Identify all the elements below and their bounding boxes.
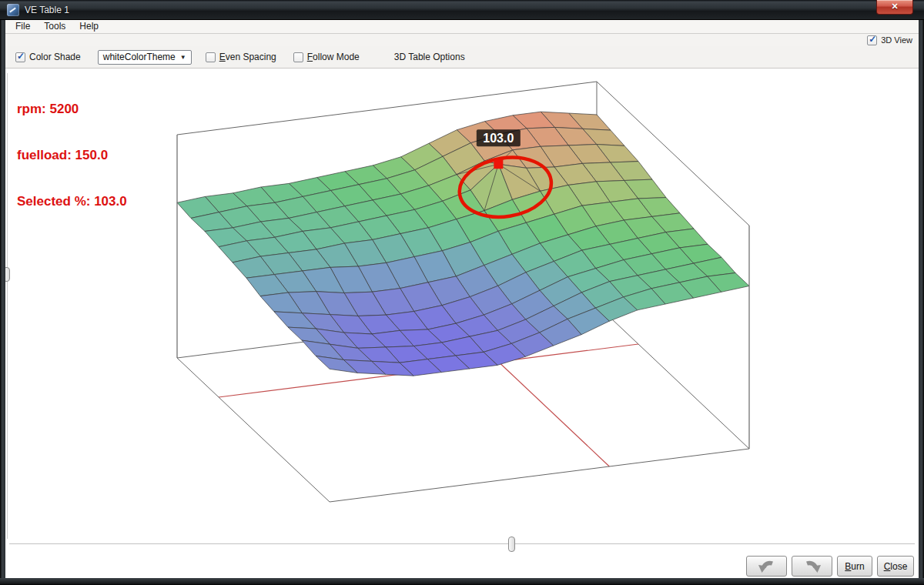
ve-table-window: 103.0 VE Table 1 ✕ File Tools Help ✓ 3D … (0, 0, 924, 585)
3d-table-options-button[interactable]: 3D Table Options (394, 52, 465, 62)
even-spacing-checkbox[interactable]: Even Spacing (206, 52, 276, 62)
selected-value-label: 103.0 (483, 132, 514, 145)
redo-button[interactable] (792, 556, 832, 577)
readout-rpm: rpm: 5200 (17, 102, 127, 117)
horizontal-rotate-slider-track (9, 543, 915, 544)
menu-help[interactable]: Help (72, 20, 105, 33)
readout-selected: Selected %: 103.0 (17, 194, 127, 209)
checkbox-icon: ✓ (15, 52, 25, 62)
follow-mode-label: Follow Mode (307, 52, 360, 62)
window-border-left (0, 20, 5, 578)
close-button[interactable]: Close (877, 556, 914, 577)
app-icon (7, 4, 19, 16)
color-shade-label: Color Shade (29, 52, 81, 62)
menu-tools[interactable]: Tools (37, 20, 72, 33)
checkbox-icon (293, 52, 303, 62)
view-toggle-strip: ✓ 3D View (5, 34, 919, 46)
close-window-button[interactable]: ✕ (876, 0, 913, 15)
dropdown-arrow-icon: ▼ (180, 54, 186, 61)
checkbox-icon: ✓ (867, 35, 877, 45)
title-bar: VE Table 1 (0, 0, 924, 20)
selected-cell-marker[interactable] (494, 159, 503, 169)
follow-mode-checkbox[interactable]: Follow Mode (293, 52, 360, 62)
checkbox-icon (206, 52, 216, 62)
toolbar: ✓ Color Shade whiteColorTheme ▼ Even Spa… (5, 46, 919, 69)
3d-view-checkbox[interactable]: ✓ 3D View (867, 35, 912, 45)
window-border-right (919, 20, 924, 578)
color-theme-select[interactable]: whiteColorTheme ▼ (98, 50, 192, 65)
color-theme-value: whiteColorTheme (103, 52, 176, 62)
footer-buttons: Burn Close (746, 556, 914, 577)
menu-file[interactable]: File (8, 20, 37, 33)
color-shade-checkbox[interactable]: ✓ Color Shade (15, 52, 81, 62)
vertical-rotate-slider-track (7, 73, 8, 539)
horizontal-rotate-slider-thumb[interactable] (508, 537, 515, 552)
undo-button[interactable] (746, 556, 787, 577)
window-title: VE Table 1 (25, 5, 69, 15)
ve-table-3d-plot[interactable]: 103.0 (0, 0, 924, 585)
cursor-readout: rpm: 5200 fuelload: 150.0 Selected %: 10… (17, 71, 127, 240)
even-spacing-label: Even Spacing (219, 52, 276, 62)
window-border-bottom (0, 578, 924, 585)
3d-view-label: 3D View (881, 35, 912, 45)
readout-fuelload: fuelload: 150.0 (17, 148, 127, 163)
burn-button[interactable]: Burn (837, 556, 872, 577)
undo-arrow-icon (757, 559, 777, 574)
menu-bar: File Tools Help (5, 20, 919, 34)
redo-arrow-icon (802, 559, 822, 574)
